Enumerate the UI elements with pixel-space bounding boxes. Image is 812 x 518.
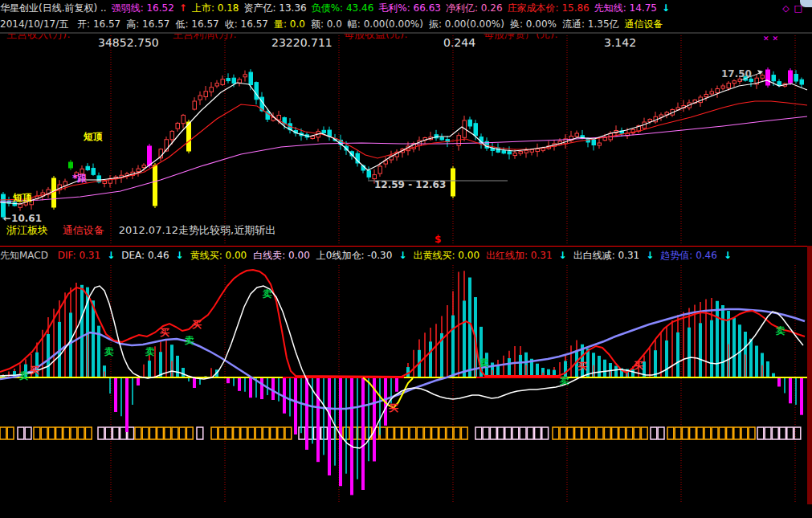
indicator-name[interactable]: 先知MACD (0, 250, 48, 261)
title-field: 毛利%: 66.63 (378, 2, 441, 14)
chart-annotation: 17.50 (721, 68, 752, 80)
title-field: 先知线: 14.75 (594, 2, 657, 14)
panel-divider[interactable] (0, 246, 812, 247)
date-field: 2014/10/17/五 (0, 18, 68, 30)
diamond-icon[interactable]: ◇ (782, 3, 789, 14)
chart-annotation: 12.59 - 12.63 (374, 179, 446, 190)
title-field: 资产亿: 13.36 (243, 2, 306, 14)
macd-lines-layer (0, 270, 805, 448)
sell-marker: 卖 (184, 335, 194, 346)
down-arrow-icon: ↓ (662, 2, 670, 14)
app-window: 华星创业(日线.前复权) .. 强弱线: 16.52↑上市: 0.18资产亿: … (0, 0, 812, 518)
stock-title: 华星创业(日线.前复权) .. (0, 0, 107, 16)
sell-marker: 卖 (262, 288, 272, 300)
buy-marker: 买 (389, 402, 398, 414)
info-field: 换: 0.00% (510, 18, 557, 30)
buy-marker: 买 (192, 319, 202, 330)
splitter-handle[interactable]: $ (435, 234, 441, 245)
info-field: 高: 16.57 (126, 18, 169, 30)
macd-field: DIF: 0.31 (58, 250, 100, 261)
up-arrow-icon: ↑ (179, 2, 187, 14)
title-field: 上市: 0.18 (192, 2, 239, 14)
macd-field: DEA: 0.46 (121, 250, 169, 261)
chart-annotation: ←10.61 (3, 213, 42, 224)
chart-annotation: *跟 (72, 173, 87, 184)
info-field: 额: 0.0 (311, 18, 342, 30)
info-field: 流通: 1.35亿 (562, 18, 619, 30)
sell-marker: 卖 (145, 346, 155, 357)
info-field: 幅: 0.00(0.00%) (348, 18, 423, 30)
window-corner (800, 0, 812, 7)
grid-layer (111, 35, 795, 243)
main-chart-canvas[interactable]: 短顶短顶*跟←10.6112.59 - 12.6317.50 (0, 34, 812, 244)
macd-field: 出红线加: 0.31 (486, 250, 553, 261)
down-arrow-icon: ↓ (646, 250, 654, 261)
ribbon-layer (0, 427, 801, 439)
title-field: 庄家成本价: 15.86 (508, 2, 590, 14)
annotations-layer: 短顶短顶*跟←10.6112.59 - 12.6317.50 (3, 68, 763, 224)
right-edge-strip (807, 246, 812, 504)
title-field: 净利亿: 0.26 (446, 2, 503, 14)
info-field: 量: 0.0 (274, 18, 305, 30)
title-indicator-fields: 强弱线: 16.52↑上市: 0.18资产亿: 13.36负债%: 43.46毛… (112, 0, 675, 16)
title-field: 负债%: 43.46 (312, 2, 374, 14)
buy-marker: 买 (634, 360, 643, 371)
info-field: 振: 0.00(0.00%) (429, 18, 504, 30)
sell-marker: 卖 (775, 325, 785, 336)
ohlc-fields: 开: 16.57高: 16.57低: 16.57收: 16.57量: 0.0额:… (77, 18, 668, 30)
macd-header: 先知MACD DIF: 0.31↓DEA: 0.46↓黄线买: 0.00白线卖:… (0, 247, 812, 263)
chart-annotation: 短顶 (83, 131, 103, 142)
macd-canvas[interactable]: 卖买卖卖买卖买卖买卖卖买买卖 (0, 263, 812, 504)
chart-annotation: 短顶 (12, 192, 32, 203)
macd-field: 上0线加仓: -0.30 (316, 250, 393, 261)
macd-field: 趋势值: 0.46 (660, 250, 717, 261)
buy-marker: 买 (30, 365, 39, 376)
industry-label[interactable]: 通信设备 (63, 224, 104, 236)
down-arrow-icon: ↓ (559, 250, 567, 261)
sell-marker: 卖 (479, 357, 489, 369)
histogram-layer (2, 271, 803, 495)
down-arrow-icon: ↓ (176, 250, 184, 261)
info-field: 低: 16.57 (175, 18, 218, 30)
buy-marker: 买 (160, 327, 169, 338)
macd-field: 白线卖: 0.00 (253, 250, 310, 261)
info-field: 收: 16.57 (225, 18, 268, 30)
down-arrow-icon: ↓ (107, 250, 115, 261)
macd-field: 出白线减: 0.31 (573, 250, 640, 261)
trend-note: 2012.07.12走势比较弱,近期斩出 (119, 224, 276, 236)
macd-field: 黄线买: 0.00 (190, 250, 247, 261)
buy-marker: 买 (577, 361, 587, 372)
chart-footer: 浙江板块 通信设备 2012.07.12走势比较弱,近期斩出 (6, 224, 287, 237)
title-bar: 华星创业(日线.前复权) .. 强弱线: 16.52↑上市: 0.18资产亿: … (0, 0, 812, 16)
down-arrow-icon: ↓ (398, 250, 406, 261)
sell-marker: 卖 (104, 346, 114, 357)
macd-field: 出黄线买: 0.00 (413, 250, 479, 261)
board-label[interactable]: 浙江板块 (6, 224, 48, 236)
sell-marker: 卖 (559, 375, 569, 386)
info-bar: 2014/10/17/五 开: 16.57高: 16.57低: 16.57收: … (0, 16, 812, 34)
info-field: 开: 16.57 (77, 18, 120, 30)
info-field: 通信设备 (625, 18, 663, 30)
title-field: 强弱线: 16.52 (112, 2, 174, 14)
macd-indicator-fields: DIF: 0.31↓DEA: 0.46↓黄线买: 0.00白线卖: 0.00上0… (58, 250, 738, 261)
down-arrow-icon: ↓ (724, 250, 732, 261)
sell-marker: 卖 (18, 370, 29, 381)
